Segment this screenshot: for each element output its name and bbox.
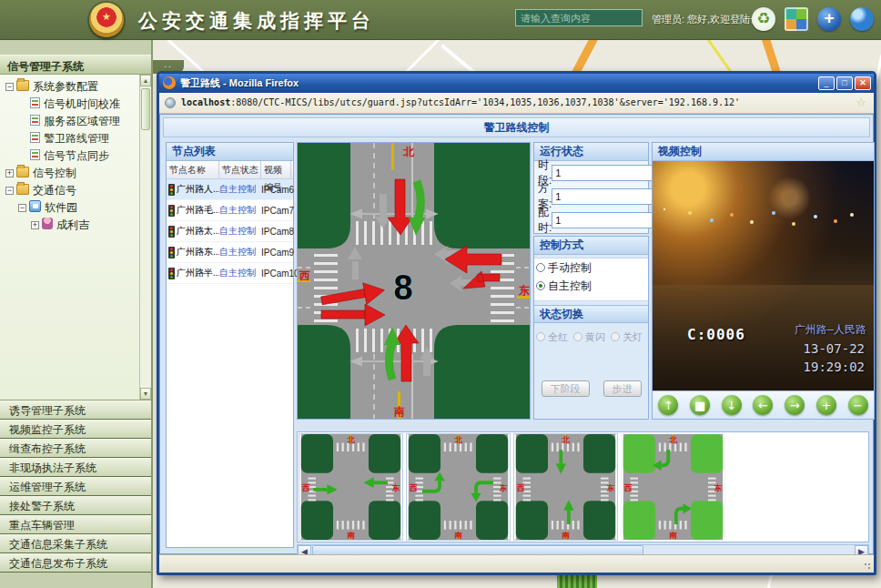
sidebar-item[interactable]: 非现场执法子系统 (0, 458, 151, 477)
phase-button[interactable]: 步进 (603, 380, 642, 397)
intersection-map[interactable]: 8 北 东 西 南 (297, 142, 531, 420)
page-icon (30, 132, 40, 143)
scrollbar-thumb[interactable] (141, 88, 150, 130)
state-option: 关灯 (611, 328, 643, 346)
camera-right-button[interactable]: → (785, 395, 805, 415)
camera-feed[interactable]: C:0006 广州路—人民路 13-07-22 19:29:02 (653, 161, 874, 390)
browser-window: 警卫路线 - Mozilla Firefox _ □ ✕ localhost:8… (157, 71, 876, 575)
run-status-row: 配时: (534, 208, 648, 232)
node-name-cell: 广州路人... (167, 183, 219, 196)
add-icon[interactable]: + (817, 7, 841, 31)
camera-up-button[interactable]: ↑ (658, 395, 678, 415)
radio-icon[interactable] (536, 281, 545, 290)
sidebar-item[interactable]: 重点车辆管理 (0, 515, 151, 534)
table-row[interactable]: 广州路半...自主控制IPCam10 (167, 263, 293, 284)
sidebar-item[interactable]: 运维管理子系统 (0, 477, 151, 496)
camera-stop-button[interactable]: ■ (690, 395, 710, 415)
intersection-diagram: 8 北 东 西 南 (298, 143, 530, 419)
node-table-header: 节点名称节点状态视频编号 (167, 161, 293, 179)
url-bar[interactable]: localhost:8080/CTC-MICS/libs/utcs/guard.… (159, 93, 874, 114)
node-status-link[interactable]: 自主控制 (219, 267, 261, 279)
window-title: 警卫路线 - Mozilla Firefox (180, 76, 299, 90)
minimize-button[interactable]: _ (818, 76, 835, 90)
camera-left-button[interactable]: ← (753, 395, 773, 415)
tree-item[interactable]: −软件园 (2, 199, 138, 217)
sidebar-item[interactable]: 诱导管理子系统 (0, 400, 151, 420)
resize-grip[interactable] (863, 562, 872, 571)
tree-item[interactable]: +成利吉 (2, 217, 138, 234)
node-status-link[interactable]: 自主控制 (219, 225, 261, 238)
tree-item[interactable]: −系统参数配置 (2, 78, 138, 96)
search-input[interactable] (515, 9, 643, 26)
maximize-button[interactable]: □ (836, 76, 853, 90)
control-mode-option[interactable]: 手动控制 (534, 259, 648, 277)
sidebar-item[interactable]: 交通信息发布子系统 (0, 553, 151, 573)
svg-text:北: 北 (561, 435, 570, 444)
scroll-down-icon[interactable]: ▼ (140, 388, 151, 400)
recycle-icon[interactable]: ♻ (752, 7, 775, 31)
tree-item[interactable]: +信号控制 (2, 165, 138, 182)
phase-thumbnail-ew-left[interactable]: 北西东南 (406, 433, 511, 541)
minus-toggle-icon[interactable]: − (5, 83, 14, 91)
node-column-header[interactable]: 节点状态 (219, 161, 261, 178)
radio-icon (611, 332, 620, 341)
option-label: 黄闪 (585, 330, 605, 344)
bookmark-star-icon[interactable]: ☆ (856, 96, 866, 109)
svg-text:东: 东 (391, 483, 400, 492)
tree-item[interactable]: 信号节点同步 (2, 147, 138, 165)
camera-minus-button[interactable]: − (848, 395, 868, 415)
tree-item[interactable]: 信号机时间校准 (2, 96, 138, 113)
camera-plus-button[interactable]: + (816, 395, 836, 415)
sidebar-item[interactable]: 接处警子系统 (0, 496, 151, 515)
video-control-title: 视频控制 (653, 143, 874, 161)
globe-icon[interactable] (850, 7, 874, 31)
sidebar-item[interactable]: 视频监控子系统 (0, 420, 151, 439)
node-status-link[interactable]: 自主控制 (219, 246, 261, 259)
phase-button[interactable]: 下阶段 (542, 380, 590, 397)
phase-thumbnail-ns-left[interactable]: 北西东南 (621, 433, 725, 541)
tree-scrollbar[interactable]: ▲ ▼ (139, 75, 151, 400)
sidebar-title[interactable]: 信号管理子系统 (0, 55, 151, 75)
phase-thumbnail-ew-straight[interactable]: 北西东南 (299, 433, 403, 541)
field-label: 配时: (538, 205, 552, 236)
traffic-light-icon (168, 268, 175, 279)
close-button[interactable]: ✕ (855, 76, 871, 90)
sidebar-item[interactable]: 缉查布控子系统 (0, 439, 151, 458)
minus-toggle-icon[interactable]: − (5, 187, 14, 195)
svg-text:南: 南 (562, 531, 570, 540)
road-surface (653, 285, 874, 390)
plus-toggle-icon[interactable]: + (31, 221, 39, 229)
node-column-header[interactable]: 视频编号 (261, 161, 291, 178)
table-row[interactable]: 广州路太...自主控制IPCam8 (167, 221, 293, 242)
apps-grid-icon[interactable] (785, 7, 808, 31)
tree-item[interactable]: 警卫路线管理 (2, 130, 138, 147)
table-row[interactable]: 广州路东...自主控制IPCam9 (167, 242, 293, 263)
sidebar-item[interactable]: 交通信息采集子系统 (0, 534, 151, 553)
plus-toggle-icon[interactable]: + (5, 169, 14, 177)
phase-thumbnail-ns-straight[interactable]: 北西东南 (513, 433, 618, 541)
control-mode-option[interactable]: 自主控制 (534, 277, 648, 295)
minus-toggle-icon[interactable]: − (18, 204, 26, 212)
node-status-link[interactable]: 自主控制 (219, 204, 261, 217)
app-title: 公安交通集成指挥平台 (138, 8, 375, 34)
control-mode-options: 手动控制自主控制 (534, 258, 648, 301)
folder-icon (16, 167, 29, 177)
tree-item[interactable]: −交通信号 (2, 182, 138, 199)
scroll-up-icon[interactable]: ▲ (140, 75, 151, 86)
radio-icon[interactable] (536, 263, 545, 272)
window-titlebar[interactable]: 警卫路线 - Mozilla Firefox _ □ ✕ (159, 74, 874, 93)
tree-item-label: 交通信号 (33, 184, 76, 197)
node-name: 广州路半... (177, 267, 219, 279)
table-row[interactable]: 广州路毛...自主控制IPCam7 (167, 200, 293, 221)
url-text[interactable]: localhost:8080/CTC-MICS/libs/utcs/guard.… (181, 97, 740, 107)
node-status-link[interactable]: 自主控制 (219, 183, 261, 196)
page-icon (30, 149, 40, 160)
option-label: 全红 (548, 330, 568, 344)
nav-tree: −系统参数配置信号机时间校准服务器区域管理警卫路线管理信号节点同步+信号控制−交… (0, 75, 151, 234)
phase-countdown: 8 (393, 269, 412, 307)
state-switch-buttons: 下阶段步进 (534, 380, 648, 397)
tree-item[interactable]: 服务器区域管理 (2, 113, 138, 130)
camera-down-button[interactable]: ↓ (722, 395, 742, 415)
run-status-fields: 时段:方案:配时: (534, 161, 648, 232)
node-column-header[interactable]: 节点名称 (167, 161, 219, 178)
